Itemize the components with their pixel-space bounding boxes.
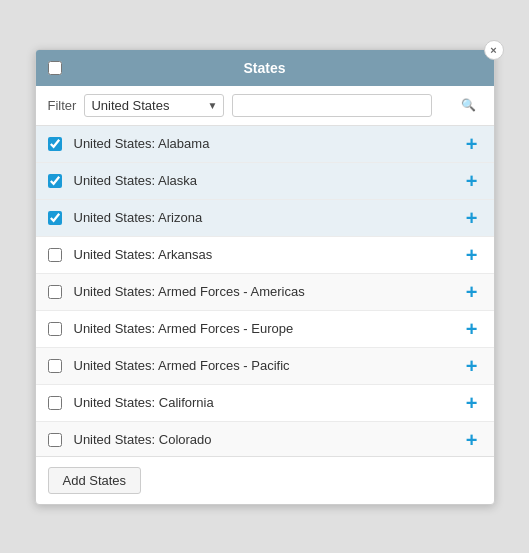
item-label: United States: Colorado (74, 432, 462, 447)
filter-selected-value: United States (91, 98, 203, 113)
list-item: United States: Alaska+ (36, 163, 494, 200)
list-item: United States: Armed Forces - Americas+ (36, 274, 494, 311)
add-item-button[interactable]: + (462, 319, 482, 339)
item-label: United States: Armed Forces - Americas (74, 284, 462, 299)
item-checkbox-8[interactable] (48, 433, 62, 447)
dialog-header: States × (36, 50, 494, 86)
filter-row: Filter United States ▼ 🔍 (36, 86, 494, 126)
states-dialog: States × Filter United States ▼ 🔍 United… (35, 49, 495, 505)
item-label: United States: Arkansas (74, 247, 462, 262)
filter-dropdown[interactable]: United States ▼ (84, 94, 224, 117)
add-states-button[interactable]: Add States (48, 467, 142, 494)
add-item-button[interactable]: + (462, 171, 482, 191)
search-icon: 🔍 (461, 98, 476, 112)
item-label: United States: Alaska (74, 173, 462, 188)
list-item: United States: Arizona+ (36, 200, 494, 237)
add-item-button[interactable]: + (462, 208, 482, 228)
filter-label: Filter (48, 98, 77, 113)
list-item: United States: Colorado+ (36, 422, 494, 456)
dialog-title: States (243, 60, 285, 76)
search-wrapper: 🔍 (232, 94, 481, 117)
header-checkbox[interactable] (48, 61, 62, 75)
item-checkbox-5[interactable] (48, 322, 62, 336)
item-label: United States: California (74, 395, 462, 410)
add-item-button[interactable]: + (462, 356, 482, 376)
item-checkbox-0[interactable] (48, 137, 62, 151)
add-item-button[interactable]: + (462, 134, 482, 154)
add-item-button[interactable]: + (462, 282, 482, 302)
add-item-button[interactable]: + (462, 245, 482, 265)
item-checkbox-3[interactable] (48, 248, 62, 262)
item-checkbox-1[interactable] (48, 174, 62, 188)
list-item: United States: Alabama+ (36, 126, 494, 163)
search-input[interactable] (232, 94, 432, 117)
close-button[interactable]: × (484, 40, 504, 60)
states-list: United States: Alabama+United States: Al… (36, 126, 494, 456)
list-item: United States: Arkansas+ (36, 237, 494, 274)
dialog-footer: Add States (36, 456, 494, 504)
list-item: United States: Armed Forces - Europe+ (36, 311, 494, 348)
item-label: United States: Alabama (74, 136, 462, 151)
add-item-button[interactable]: + (462, 393, 482, 413)
item-checkbox-7[interactable] (48, 396, 62, 410)
list-item: United States: California+ (36, 385, 494, 422)
item-checkbox-2[interactable] (48, 211, 62, 225)
item-label: United States: Armed Forces - Pacific (74, 358, 462, 373)
chevron-down-icon: ▼ (207, 100, 217, 111)
item-label: United States: Armed Forces - Europe (74, 321, 462, 336)
list-item: United States: Armed Forces - Pacific+ (36, 348, 494, 385)
item-label: United States: Arizona (74, 210, 462, 225)
item-checkbox-4[interactable] (48, 285, 62, 299)
add-item-button[interactable]: + (462, 430, 482, 450)
item-checkbox-6[interactable] (48, 359, 62, 373)
